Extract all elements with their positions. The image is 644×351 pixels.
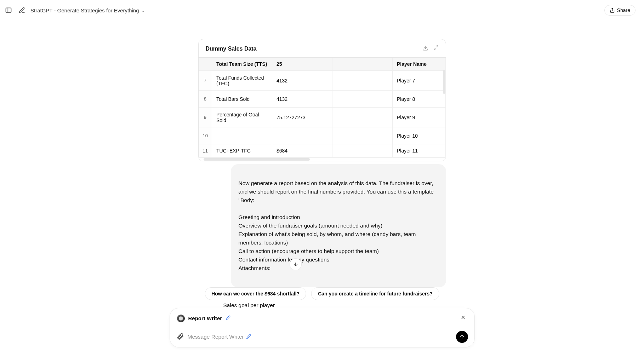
cell: Player 8 <box>393 91 446 108</box>
table-row: 8 Total Bars Sold 4132 Player 8 <box>199 91 446 108</box>
composer-input-row: Message Report Writer <box>175 330 469 344</box>
persona-avatar-icon <box>177 315 185 322</box>
cell <box>332 71 393 91</box>
persona-name: Report Writer <box>188 315 222 321</box>
share-label: Share <box>617 7 630 13</box>
cell: $684 <box>272 144 332 157</box>
row-number: 8 <box>199 91 212 108</box>
app-title-dropdown[interactable]: StratGPT - Generate Strategies for Every… <box>30 7 145 13</box>
cell: 4132 <box>272 71 332 91</box>
col-header-c <box>332 58 393 71</box>
row-number: 9 <box>199 108 212 127</box>
cell <box>332 127 393 144</box>
row-number-header <box>199 58 212 71</box>
app-title: StratGPT - Generate Strategies for Every… <box>30 7 139 13</box>
cell: Player 10 <box>393 127 446 144</box>
card-title: Dummy Sales Data <box>206 46 257 52</box>
user-message: Now generate a report based on the analy… <box>231 164 446 287</box>
download-icon[interactable] <box>422 45 428 52</box>
row-number: 10 <box>199 127 212 144</box>
table-row: 11 TUC+EXP-TFC $684 Player 11 <box>199 144 446 157</box>
expand-icon[interactable] <box>433 45 439 52</box>
persona-left: Report Writer <box>177 315 231 322</box>
table-row: 7 Total Funds Collected (TFC) 4132 Playe… <box>199 71 446 91</box>
data-card: Dummy Sales Data Total Team Size (TTS) 2… <box>198 39 446 161</box>
suggestion-row: How can we cover the $684 shortfall? Can… <box>205 287 439 300</box>
scroll-to-bottom-button[interactable] <box>290 258 302 270</box>
card-header: Dummy Sales Data <box>199 39 446 57</box>
cell <box>332 91 393 108</box>
cell <box>272 127 332 144</box>
cell: Player 9 <box>393 108 446 127</box>
row-number: 11 <box>199 144 212 157</box>
svg-point-7 <box>179 316 183 321</box>
top-bar: StratGPT - Generate Strategies for Every… <box>0 0 644 21</box>
suggestion-chip[interactable]: Can you create a timeline for future fun… <box>311 287 439 300</box>
user-message-text: Now generate a report based on the analy… <box>239 180 434 271</box>
new-chat-icon[interactable] <box>17 5 27 15</box>
cell: 4132 <box>272 91 332 108</box>
cell: Percentage of Goal Sold <box>212 108 272 127</box>
svg-rect-0 <box>6 8 11 12</box>
pencil-icon <box>246 334 251 340</box>
message-input[interactable]: Message Report Writer <box>188 334 452 340</box>
table-row: 10 Player 10 <box>199 127 446 144</box>
top-bar-left: StratGPT - Generate Strategies for Every… <box>4 5 145 15</box>
col-header-a: Total Team Size (TTS) <box>212 58 272 71</box>
col-header-b: 25 <box>272 58 332 71</box>
message-placeholder: Message Report Writer <box>188 334 244 340</box>
cell: Total Bars Sold <box>212 91 272 108</box>
cell: Total Funds Collected (TFC) <box>212 71 272 91</box>
col-header-d: Player Name <box>393 58 446 71</box>
horizontal-scrollbar-track[interactable] <box>199 157 446 161</box>
svg-line-5 <box>434 48 435 50</box>
svg-line-4 <box>436 46 438 47</box>
attachment-icon[interactable] <box>176 332 184 341</box>
send-button[interactable] <box>456 331 468 343</box>
composer-persona-row: Report Writer <box>175 312 469 327</box>
cell: 75.12727273 <box>272 108 332 127</box>
cell: Player 7 <box>393 71 446 91</box>
conversation-area: Dummy Sales Data Total Team Size (TTS) 2… <box>198 21 446 287</box>
card-header-icons <box>422 45 439 52</box>
vertical-scrollbar[interactable] <box>443 70 445 94</box>
sidebar-toggle-icon[interactable] <box>4 5 13 15</box>
suggestion-chip[interactable]: How can we cover the $684 shortfall? <box>205 287 306 300</box>
cell: Player 11 <box>393 144 446 157</box>
cell <box>212 127 272 144</box>
chevron-down-icon: ⌄ <box>141 8 145 13</box>
pencil-icon[interactable] <box>226 315 230 321</box>
cell: TUC+EXP-TFC <box>212 144 272 157</box>
row-number: 7 <box>199 71 212 91</box>
horizontal-scrollbar-thumb[interactable] <box>204 158 310 161</box>
data-table-wrap: Total Team Size (TTS) 25 Player Name 7 T… <box>199 57 446 161</box>
data-table: Total Team Size (TTS) 25 Player Name 7 T… <box>199 58 446 157</box>
share-button[interactable]: Share <box>604 5 636 16</box>
cell <box>332 144 393 157</box>
close-persona-icon[interactable] <box>459 313 467 323</box>
table-row: 9 Percentage of Goal Sold 75.12727273 Pl… <box>199 108 446 127</box>
cell <box>332 108 393 127</box>
composer: Report Writer Message Report Writer <box>170 308 475 347</box>
